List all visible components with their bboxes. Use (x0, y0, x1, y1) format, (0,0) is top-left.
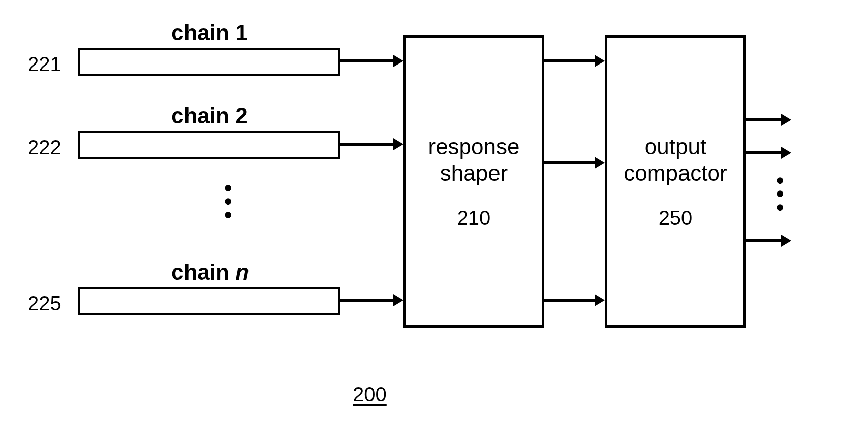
chain-2-label: chain 2 (171, 103, 248, 129)
block-diagram: chain 1 221 chain 2 222 ••• chain n 225 … (0, 0, 868, 448)
chain-n-block (78, 287, 340, 315)
response-shaper-block: response shaper 210 (403, 35, 544, 328)
chain-1-ref: 221 (28, 53, 61, 76)
chain-n-italic: n (235, 260, 249, 284)
output-compactor-label: output compactor (624, 134, 727, 187)
chain-1-block (78, 48, 340, 76)
figure-reference: 200 (353, 383, 387, 406)
output-compactor-block: output compactor 250 (605, 35, 746, 328)
chain-1-label: chain 1 (171, 20, 248, 45)
chain-n-ref: 225 (28, 292, 61, 315)
output-compactor-ref: 250 (659, 207, 693, 229)
chain-n-label-text: chain (171, 260, 235, 284)
output-vdots-icon: ••• (776, 174, 784, 214)
output-compactor-line1: output (645, 134, 706, 159)
output-compactor-line2: compactor (624, 161, 727, 185)
response-shaper-label: response shaper (428, 134, 519, 187)
chains-vdots-icon: ••• (224, 181, 232, 221)
response-shaper-line1: response (428, 134, 519, 159)
chain-2-ref: 222 (28, 136, 61, 159)
chain-2-block (78, 131, 340, 159)
chain-n-label: chain n (171, 260, 249, 285)
response-shaper-ref: 210 (457, 207, 491, 229)
response-shaper-line2: shaper (440, 161, 508, 185)
